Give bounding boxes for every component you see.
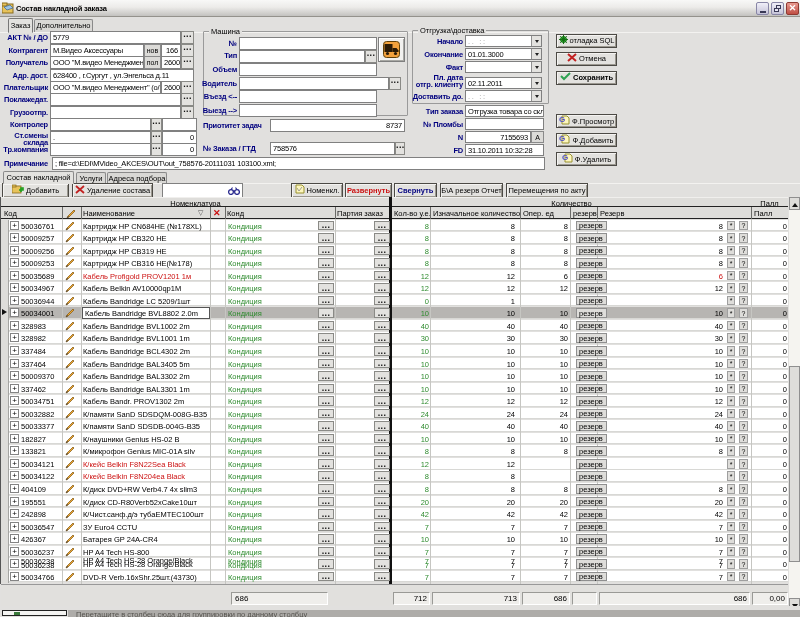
- svg-text:G: G: [559, 115, 565, 124]
- svg-text:G: G: [562, 153, 568, 162]
- svg-text:G: G: [559, 134, 565, 143]
